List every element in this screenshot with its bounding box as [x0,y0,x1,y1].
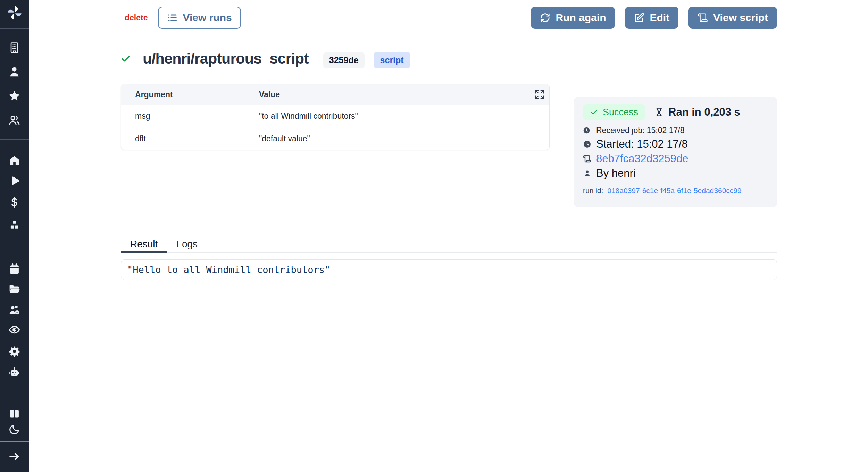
title-row: u/henri/rapturous_script 3259de script [121,49,410,68]
star-icon[interactable] [8,90,20,102]
value-column-header: Value [245,90,549,99]
robot-icon[interactable] [8,366,20,379]
page-title: u/henri/rapturous_script [143,50,309,67]
status-badge: Success [583,104,645,120]
play-icon[interactable] [8,175,20,187]
script-hash-link[interactable]: 8eb7fca32d3259de [596,152,688,165]
tab-logs[interactable]: Logs [167,237,207,253]
argument-cell: dflt [121,134,245,143]
result-tabs: Result Logs [121,237,777,253]
calendar-icon[interactable] [8,263,20,275]
duration: Ran in 0,203 s [654,106,740,118]
edit-label: Edit [650,12,669,24]
view-script-label: View script [713,12,768,24]
sidebar-divider [0,28,29,29]
refresh-icon [540,13,550,23]
toolbar: delete View runs Run again [125,7,777,29]
tab-result[interactable]: Result [121,237,167,253]
by-line: By henri [583,167,768,180]
list-icon [167,13,177,23]
expand-icon[interactable] [534,89,545,100]
job-status-panel: Success Ran in 0,203 s Received job: 15:… [574,97,777,207]
windmill-logo-icon[interactable] [6,5,23,21]
folder-open-icon[interactable] [8,283,20,295]
success-check-icon [121,54,131,64]
edit-pencil-icon [634,13,644,23]
delete-button[interactable]: delete [125,13,148,23]
person-icon [583,169,591,177]
view-runs-button[interactable]: View runs [158,7,241,29]
check-icon [590,108,598,116]
kind-badge: script [374,52,410,68]
duration-label: Ran in 0,203 s [668,106,740,118]
hourglass-icon [654,108,664,117]
sidebar-divider [0,139,29,140]
scroll-icon [583,155,591,163]
book-icon[interactable] [8,408,20,420]
received-label: Received job: 15:02 17/8 [596,126,684,135]
moon-icon[interactable] [8,423,20,436]
value-cell: "default value" [245,134,549,143]
status-row: Success Ran in 0,203 s [583,104,768,120]
arguments-table: Argument Value msg "to all Windmill cont… [121,84,550,150]
dollar-icon[interactable] [8,196,20,208]
view-runs-label: View runs [183,12,232,24]
edit-button[interactable]: Edit [625,7,678,29]
run-again-label: Run again [556,12,606,24]
run-id-line: run id: 018a0397-6c1e-f45a-6f1e-5edad360… [583,187,768,195]
script-hash-line: 8eb7fca32d3259de [583,152,768,165]
run-id-link[interactable]: 018a0397-6c1e-f45a-6f1e-5edad360cc99 [607,187,741,194]
result-output: "Hello to all Windmill contributors" [121,259,777,280]
arguments-table-header: Argument Value [121,84,549,105]
run-id-label: run id: [583,187,603,194]
hash-badge: 3259de [323,52,365,68]
user-icon[interactable] [8,66,20,78]
table-row: dflt "default value" [121,127,549,150]
arrow-right-icon[interactable] [8,450,20,463]
argument-cell: msg [121,111,245,121]
sidebar [0,0,29,472]
value-cell: "to all Windmill contributors" [245,111,549,121]
run-again-button[interactable]: Run again [531,7,615,29]
clock-icon [583,140,591,148]
users-icon[interactable] [8,114,20,126]
toolbar-right-group: Run again Edit View script [531,7,777,29]
by-label: By henri [596,167,636,180]
scroll-icon [698,13,708,23]
building-icon[interactable] [8,42,20,54]
sidebar-divider [0,441,29,442]
view-script-button[interactable]: View script [688,7,777,29]
eye-icon[interactable] [8,324,20,336]
home-icon[interactable] [8,154,20,166]
received-line: Received job: 15:02 17/8 [583,126,768,135]
started-label: Started: 15:02 17/8 [596,138,688,150]
argument-column-header: Argument [121,90,245,99]
table-row: msg "to all Windmill contributors" [121,105,549,127]
started-line: Started: 15:02 17/8 [583,138,768,150]
app-window: delete View runs Run again [0,0,868,472]
gear-icon[interactable] [8,345,20,357]
boxes-icon[interactable] [8,219,20,231]
users-gear-icon[interactable] [8,304,20,316]
clock-icon [583,127,590,134]
status-label: Success [603,107,638,118]
